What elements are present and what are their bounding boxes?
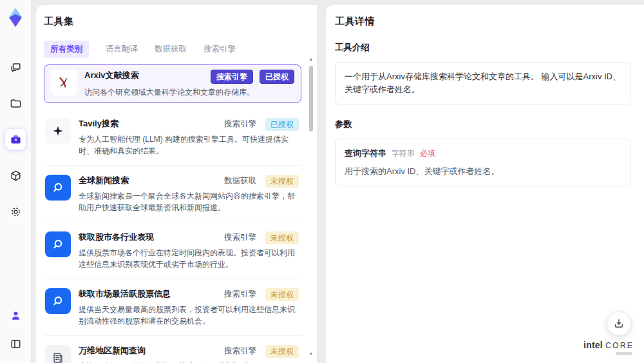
tool-list: Arxiv文献搜索 搜索引擎 已授权 访问各个研究领域大量科学论文和文章的存储库… bbox=[44, 64, 301, 363]
category-label: 搜索引擎 bbox=[224, 345, 256, 357]
tool-row-active-stocks[interactable]: 获取市场最活跃股票信息 搜索引擎 未授权 提供当天交易量最高的股票列表，投资者可… bbox=[44, 279, 301, 336]
tool-description: 专为人工智能代理 (LLM) 构建的搜索引擎工具。可快速提供实时、准确和真实的结… bbox=[79, 133, 299, 157]
tool-details-panel: 工具详情 工具介绍 一个用于从Arxiv存储库搜索科学论文和文章的工具。 输入可… bbox=[326, 5, 644, 363]
category-label: 搜索引擎 bbox=[224, 231, 256, 243]
param-card: 查询字符串 字符串 必填 用于搜索的Arxiv ID、关键字或作者姓名。 bbox=[335, 139, 631, 186]
arxiv-icon bbox=[51, 70, 77, 95]
param-required-flag: 必填 bbox=[420, 147, 435, 160]
four-point-star-icon bbox=[45, 118, 71, 144]
toolbox-icon bbox=[10, 133, 22, 146]
sidebar-item-settings[interactable] bbox=[5, 201, 26, 222]
tool-title: 获取股市各行业表现 bbox=[79, 231, 154, 243]
tool-title: Arxiv文献搜索 bbox=[84, 70, 139, 81]
status-badge: 未授权 bbox=[265, 231, 299, 244]
status-badge: 未授权 bbox=[265, 288, 299, 301]
core-brand-text: CORE bbox=[605, 341, 634, 350]
sidebar-rail bbox=[0, 0, 31, 363]
intro-heading: 工具介绍 bbox=[335, 42, 631, 54]
status-badge: 未授权 bbox=[265, 345, 299, 358]
download-button[interactable] bbox=[607, 311, 631, 336]
details-panel-title: 工具详情 bbox=[335, 15, 631, 28]
intro-text: 一个用于从Arxiv存储库搜索科学论文和文章的工具。 输入可以是Arxiv ID… bbox=[345, 72, 621, 94]
status-badge: 已授权 bbox=[265, 118, 299, 131]
user-icon bbox=[10, 309, 22, 322]
scroll-up-icon[interactable]: ▲ bbox=[308, 57, 314, 62]
params-heading: 参数 bbox=[335, 119, 631, 130]
download-icon bbox=[613, 318, 625, 329]
category-label: 搜索引擎 bbox=[224, 118, 256, 130]
list-scrollbar[interactable]: ▲ ▼ bbox=[308, 57, 314, 357]
chat-icon bbox=[10, 61, 22, 74]
intel-brand-text: intel bbox=[583, 340, 603, 350]
tool-description: 查询具体行政区划内的新闻，快速了解各地新闻动 bbox=[79, 360, 299, 363]
tool-description: 访问各个研究领域大量科学论文和文章的存储库。 bbox=[84, 86, 294, 98]
status-badge[interactable]: 已授权 bbox=[260, 70, 294, 84]
category-label: 数据获取 bbox=[224, 175, 256, 186]
tool-title: 获取市场最活跃股票信息 bbox=[79, 288, 171, 300]
intel-sub-badge bbox=[616, 352, 632, 355]
folder-icon bbox=[10, 97, 22, 110]
sidebar-item-tools[interactable] bbox=[5, 129, 26, 150]
tool-title: 万维地区新闻查询 bbox=[79, 345, 146, 357]
sidebar-item-files[interactable] bbox=[5, 93, 26, 113]
blue-search-icon bbox=[45, 231, 71, 257]
scroll-down-icon[interactable]: ▼ bbox=[308, 351, 314, 357]
intro-text-box: 一个用于从Arxiv存储库搜索科学论文和文章的工具。 输入可以是Arxiv ID… bbox=[335, 62, 631, 104]
tool-description: 提供股票市场各个行业在特定时间段内的表现。投资者可以利用这些信息来识别表现优于或… bbox=[79, 247, 299, 270]
tool-title: Tavily搜索 bbox=[79, 118, 118, 130]
status-badge: 未授权 bbox=[265, 175, 299, 188]
tool-row-global-news[interactable]: 全球新闻搜索 数据获取 未授权 全球新闻搜索是一个聚合全球各大新闻网站内容的搜索… bbox=[44, 166, 301, 222]
blue-search-icon bbox=[45, 175, 71, 201]
cube-icon bbox=[10, 170, 22, 182]
scrollbar-thumb[interactable] bbox=[309, 66, 313, 132]
tools-list-panel: 工具集 所有类别 语言翻译 数据获取 搜索引擎 Arxiv文献搜索 搜索引擎 已… bbox=[36, 5, 317, 363]
collapse-panel-button[interactable] bbox=[5, 333, 26, 354]
sidebar-item-chat[interactable] bbox=[5, 57, 26, 77]
tool-row-sector-performance[interactable]: 获取股市各行业表现 搜索引擎 未授权 提供股票市场各个行业在特定时间段内的表现。… bbox=[44, 222, 301, 279]
newspaper-icon bbox=[45, 345, 71, 363]
tool-description: 全球新闻搜索是一个聚合全球各大新闻网站内容的搜索引擎，帮助用户快速获取全球最新资… bbox=[79, 190, 299, 213]
panel-layout-icon bbox=[10, 338, 22, 350]
tab-data-fetch[interactable]: 数据获取 bbox=[155, 41, 187, 58]
user-avatar[interactable] bbox=[5, 305, 26, 326]
blue-search-icon bbox=[45, 288, 71, 314]
category-badge[interactable]: 搜索引擎 bbox=[211, 70, 253, 84]
tool-row-arxiv[interactable]: Arxiv文献搜索 搜索引擎 已授权 访问各个研究领域大量科学论文和文章的存储库… bbox=[44, 64, 301, 103]
category-label: 搜索引擎 bbox=[224, 288, 256, 300]
app-logo bbox=[5, 6, 26, 28]
param-description: 用于搜索的Arxiv ID、关键字或作者姓名。 bbox=[345, 165, 621, 178]
tool-row-tavily[interactable]: Tavily搜索 搜索引擎 已授权 专为人工智能代理 (LLM) 构建的搜索引擎… bbox=[44, 109, 301, 166]
tool-row-regional-news[interactable]: 万维地区新闻查询 搜索引擎 未授权 查询具体行政区划内的新闻，快速了解各地新闻动 bbox=[44, 336, 301, 363]
tab-language-translation[interactable]: 语言翻译 bbox=[106, 41, 138, 58]
tab-all-categories[interactable]: 所有类别 bbox=[44, 41, 89, 58]
intel-core-logo: intel CORE bbox=[583, 340, 634, 355]
param-type: 字符串 bbox=[392, 147, 415, 160]
tool-description: 提供当天交易量最高的股票列表，投资者可以利用这些信息来识别流动性强的股票和潜在的… bbox=[79, 304, 299, 327]
param-name: 查询字符串 bbox=[345, 147, 386, 160]
sidebar-item-packages[interactable] bbox=[5, 165, 26, 186]
gear-icon bbox=[10, 206, 22, 218]
tab-search-engine[interactable]: 搜索引擎 bbox=[204, 41, 236, 58]
tool-title: 全球新闻搜索 bbox=[79, 175, 129, 186]
category-tabs: 所有类别 语言翻译 数据获取 搜索引擎 bbox=[44, 41, 301, 58]
tools-panel-title: 工具集 bbox=[44, 15, 301, 28]
